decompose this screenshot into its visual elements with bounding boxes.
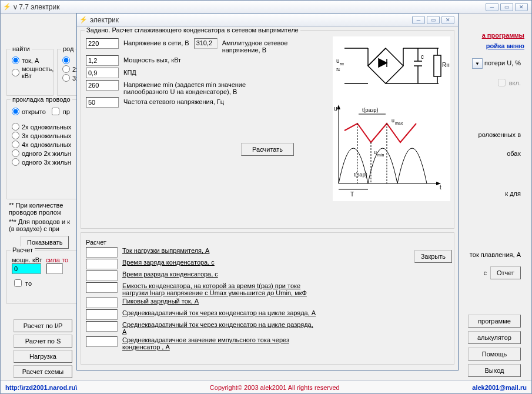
power-input-dlg[interactable] xyxy=(86,55,119,66)
wire-1x3-label: одного 3x жильн xyxy=(22,159,71,166)
out5-field xyxy=(86,298,118,308)
out7-label[interactable]: Среднеквадратичный ток через конденсатор… xyxy=(122,321,316,335)
vkl-label: вкл. xyxy=(509,79,521,86)
out3-label[interactable]: Время разряда конденсатора, с xyxy=(122,271,218,278)
svg-text:Rн: Rн xyxy=(442,62,450,68)
out4-field xyxy=(86,282,118,293)
umin-label2: пилообразного U на конденсаторе), В xyxy=(123,88,246,95)
svg-text:max: max xyxy=(395,121,403,125)
right-links: а программы ройка меню xyxy=(482,30,524,51)
status-url[interactable]: http:\\rzd2001.narod.ru\ xyxy=(5,384,77,391)
laying-open-label: открыто xyxy=(22,108,46,115)
amplitude-output: 310,2 xyxy=(194,38,218,49)
right-text1: роложенных в xyxy=(479,131,521,138)
dialog-minimize-button[interactable]: ─ xyxy=(412,16,425,24)
rod-2x-radio[interactable]: 2x xyxy=(62,65,75,73)
circuit-diagram: uвх ≈ c Rн u t xyxy=(333,36,450,201)
dialog-client: Задано. Расчет сглаживающего конденсатор… xyxy=(77,26,458,370)
out6-label[interactable]: Среднеквадратичный ток через конденсатор… xyxy=(122,309,316,316)
voltage-input[interactable] xyxy=(86,38,119,49)
kpd-input[interactable] xyxy=(86,68,119,78)
maximize-button[interactable]: ▭ xyxy=(500,3,513,11)
power-label-dlg: Мощность вых, кВт xyxy=(123,55,181,64)
svg-text:t(разр): t(разр) xyxy=(362,107,379,113)
svg-text:t: t xyxy=(440,184,441,191)
wire-3x1-radio[interactable]: 3x одножильных xyxy=(12,132,75,139)
wire-1x2-radio[interactable]: одного 2x жильн xyxy=(12,149,75,157)
minimize-button[interactable]: ─ xyxy=(486,3,498,11)
wire-2x1-radio[interactable]: 2x одножильных xyxy=(12,123,75,131)
help-button[interactable]: Помощь xyxy=(468,348,521,360)
note2b: (в воздухе) с при xyxy=(9,225,81,232)
otchet-button[interactable]: Отчет xyxy=(490,266,521,279)
dialog-close-button[interactable]: ✕ xyxy=(441,16,454,24)
freq-input[interactable] xyxy=(86,97,119,108)
kpd-label: КПД xyxy=(123,68,136,76)
main-raschet-legend: Расчет xyxy=(11,246,35,253)
find-legend: найти xyxy=(11,45,32,52)
out6-field xyxy=(86,309,118,320)
program-link[interactable]: а программы xyxy=(482,32,524,39)
out2-label[interactable]: Время заряда конденсатора, с xyxy=(122,259,215,266)
svg-text:t(зар): t(зар) xyxy=(354,172,367,178)
find-power-label: мощность, кВт xyxy=(22,65,53,79)
rod-opt1[interactable] xyxy=(62,56,75,64)
svg-text:min: min xyxy=(377,153,384,157)
out7-field xyxy=(86,321,118,332)
rod-3x-radio[interactable]: 3x xyxy=(62,74,75,82)
losses-combo[interactable]: ▼ xyxy=(472,58,483,69)
svg-text:u: u xyxy=(334,105,337,112)
out1-field xyxy=(86,247,118,258)
left-buttons: Расчет по I/P Расчет по S Нагрузка Расче… xyxy=(14,319,72,378)
out1-label[interactable]: Ток нагрузки выпрямителя, А xyxy=(122,247,209,254)
wire-3x1-label: 3x одножильных xyxy=(22,132,71,139)
out3-field xyxy=(86,271,118,281)
task-legend: Задано. Расчет сглаживающего конденсатор… xyxy=(85,26,300,34)
amp-label2: напряжение, В xyxy=(222,46,288,54)
find-tok-radio[interactable]: ток, А xyxy=(12,56,48,64)
close-button[interactable]: ✕ xyxy=(515,3,528,11)
laying-pr-label: пр xyxy=(63,108,70,115)
status-email[interactable]: alek2001@mail.ru xyxy=(472,384,527,391)
svg-text:u: u xyxy=(374,149,377,155)
menu-link[interactable]: ройка меню xyxy=(486,42,524,49)
scheme-button[interactable]: Расчет схемы xyxy=(14,365,72,378)
svg-marker-24 xyxy=(337,105,340,109)
laying-open-radio[interactable]: открыто xyxy=(12,107,46,116)
main-raschet-group: Расчет мощн. кВт сила то то xyxy=(6,250,81,304)
power-input[interactable] xyxy=(12,263,41,274)
out4-label[interactable]: Емкость конденсатора, на которой за врем… xyxy=(122,282,316,296)
app-icon: ⚡ xyxy=(3,3,11,11)
notes: ** При количестве проводов пролож *** Дл… xyxy=(9,202,81,232)
laying-pr-check[interactable]: пр xyxy=(49,106,70,117)
calculate-button[interactable]: Расчитать xyxy=(241,143,294,156)
dialog-maximize-button[interactable]: ▭ xyxy=(427,16,440,24)
load-button[interactable]: Нагрузка xyxy=(14,350,72,363)
to-checkbox[interactable]: то xyxy=(12,278,75,289)
svg-text:T: T xyxy=(350,191,354,198)
note1a: ** При количестве xyxy=(9,202,81,209)
dialog-title: электрик xyxy=(90,16,412,24)
right-buttons: программе алькулятор Помощь Выход xyxy=(468,315,521,377)
umin-input[interactable] xyxy=(86,80,119,91)
svg-text:вх: вх xyxy=(340,62,344,66)
calc-ip-button[interactable]: Расчет по I/P xyxy=(14,319,72,332)
calc-s-button[interactable]: Расчет по S xyxy=(14,335,72,348)
wire-2x1-label: 2x одножильных xyxy=(22,123,71,131)
exit-button[interactable]: Выход xyxy=(468,364,521,377)
wire-4x1-radio[interactable]: 4x одножильных xyxy=(12,141,75,148)
out5-label[interactable]: Пиковый зарядный ток, А xyxy=(122,298,199,305)
sila-input[interactable] xyxy=(46,263,63,274)
dialog-titlebar: ⚡ электрик ─ ▭ ✕ xyxy=(77,14,458,26)
rod-legend: род xyxy=(61,45,75,52)
calculator-button[interactable]: алькулятор xyxy=(468,331,521,344)
about-button[interactable]: программе xyxy=(468,315,521,328)
laying-legend: прокладка проводо xyxy=(11,96,72,103)
wire-1x3-radio[interactable]: одного 3x жильн xyxy=(12,158,75,166)
find-power-radio[interactable]: мощность, кВт xyxy=(12,65,48,79)
to-label: то xyxy=(25,280,32,287)
dialog-icon: ⚡ xyxy=(79,16,88,24)
out8-label[interactable]: Среднеквадратичное значение импульсного … xyxy=(122,336,316,350)
right-text3: к для xyxy=(505,190,521,197)
svg-marker-2 xyxy=(368,48,403,84)
